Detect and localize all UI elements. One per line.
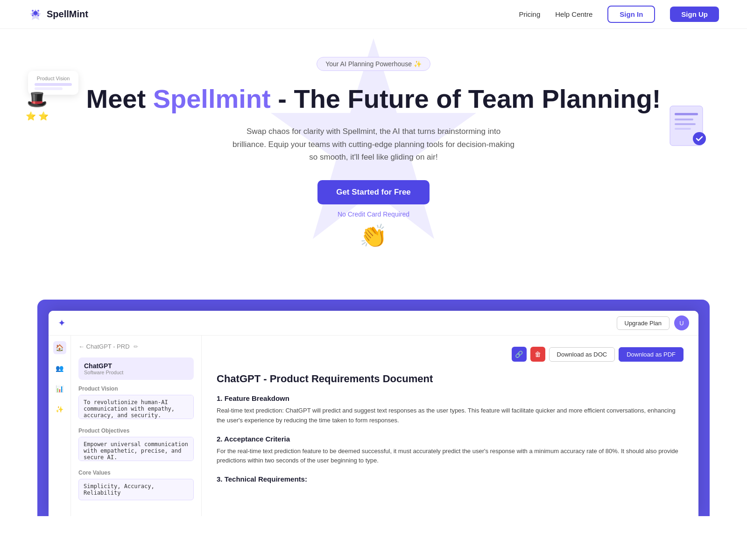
doc-section-3: 3. Technical Requirements: — [217, 475, 684, 483]
panel-back-button[interactable]: ← ChatGPT - PRD — [78, 343, 130, 350]
hero-description: Swap chaos for clarity with Spellmint, t… — [229, 125, 518, 163]
sidebar-chart-icon[interactable]: 📊 — [53, 382, 66, 395]
panel-vision-input[interactable] — [78, 395, 194, 419]
panel-objectives-label: Product Objectives — [78, 427, 194, 434]
panel-section-values: Core Values — [78, 469, 194, 502]
signin-button[interactable]: Sign In — [607, 6, 655, 23]
delete-icon-button[interactable]: 🗑 — [530, 347, 545, 362]
svg-rect-9 — [675, 128, 691, 130]
doc-title: ChatGPT - Product Requirements Document — [217, 373, 684, 385]
sidebar-home-icon[interactable]: 🏠 — [53, 341, 66, 354]
panel-edit-icon[interactable]: ✏ — [134, 343, 138, 350]
logo: SpellMint — [28, 7, 88, 22]
doc-section-2: 2. Acceptance Criteria For the real-time… — [217, 435, 684, 466]
clap-emoji: 👏 — [9, 223, 738, 249]
download-pdf-button[interactable]: Download as PDF — [619, 347, 684, 362]
nav-pricing[interactable]: Pricing — [519, 10, 540, 18]
sidebar-team-icon[interactable]: 👥 — [53, 362, 66, 375]
link-icon-button[interactable]: 🔗 — [512, 347, 527, 362]
upgrade-button[interactable]: Upgrade Plan — [617, 316, 670, 330]
svg-point-0 — [34, 11, 37, 15]
app-topbar: ✦ Upgrade Plan U — [49, 311, 698, 336]
app-sidebar: 🏠 👥 📊 ✨ — [49, 336, 71, 516]
nav-help[interactable]: Help Centre — [555, 10, 592, 18]
logo-icon — [28, 7, 43, 22]
sidebar-magic-icon[interactable]: ✨ — [53, 403, 66, 416]
navbar: SpellMint Pricing Help Centre Sign In Si… — [0, 0, 747, 29]
app-preview-wrapper: ✦ Upgrade Plan U 🏠 👥 📊 ✨ ← ChatGPT - PRD… — [37, 300, 710, 516]
app-main: 🔗 🗑 Download as DOC Download as PDF Chat… — [202, 336, 698, 516]
svg-rect-7 — [675, 119, 693, 120]
doc-section-3-num: 3. Technical Requirements: — [217, 475, 684, 483]
app-window: ✦ Upgrade Plan U 🏠 👥 📊 ✨ ← ChatGPT - PRD… — [49, 311, 698, 516]
doc-header-bar: 🔗 🗑 Download as DOC Download as PDF — [217, 347, 684, 362]
doc-section-2-num: 2. Acceptance Criteria — [217, 435, 684, 443]
app-logo: ✦ — [58, 317, 66, 329]
panel-values-input[interactable] — [78, 479, 194, 500]
svg-point-3 — [32, 14, 34, 16]
doc-section-2-body: For the real-time text prediction featur… — [217, 447, 684, 466]
panel-vision-label: Product Vision — [78, 385, 194, 392]
svg-rect-8 — [675, 123, 696, 125]
svg-point-2 — [37, 10, 39, 12]
hero-title: Meet Spellmint - The Future of Team Plan… — [9, 84, 738, 114]
app-topbar-right: Upgrade Plan U — [617, 315, 690, 330]
app-panel: ← ChatGPT - PRD ✏ ChatGPT Software Produ… — [71, 336, 202, 516]
panel-values-label: Core Values — [78, 469, 194, 476]
svg-point-10 — [693, 132, 706, 145]
hero-section: Product Vision 🎩 ⭐ ⭐ Your AI Planning Po… — [0, 29, 747, 300]
doc-section-1: 1. Feature Breakdown Real-time text pred… — [217, 394, 684, 426]
svg-point-4 — [37, 14, 39, 16]
hero-subtitle: No Credit Card Required — [338, 210, 409, 218]
svg-point-1 — [32, 10, 34, 12]
cta-button[interactable]: Get Started for Free — [317, 180, 430, 204]
panel-item-card: ChatGPT Software Product — [78, 357, 194, 380]
doc-section-1-body: Real-time text prediction: ChatGPT will … — [217, 406, 684, 426]
panel-objectives-input[interactable] — [78, 437, 194, 461]
panel-section-objectives: Product Objectives — [78, 427, 194, 463]
doc-actions: 🔗 🗑 Download as DOC Download as PDF — [512, 347, 684, 362]
user-avatar[interactable]: U — [674, 315, 689, 330]
svg-rect-6 — [675, 113, 698, 115]
download-doc-button[interactable]: Download as DOC — [549, 347, 615, 362]
panel-item-type: Software Product — [84, 370, 188, 375]
doc-section-1-num: 1. Feature Breakdown — [217, 394, 684, 402]
panel-item-name: ChatGPT — [84, 362, 188, 370]
nav-links: Pricing Help Centre Sign In Sign Up — [519, 6, 719, 23]
float-hat-decoration: 🎩 ⭐ ⭐ — [26, 90, 49, 121]
logo-text: SpellMint — [47, 9, 88, 20]
float-doc-decoration — [668, 104, 710, 152]
hero-badge: Your AI Planning Powerhouse ✨ — [317, 57, 430, 71]
panel-section-vision: Product Vision — [78, 385, 194, 421]
signup-button[interactable]: Sign Up — [670, 7, 719, 22]
panel-header: ← ChatGPT - PRD ✏ — [78, 343, 194, 350]
float-card-label: Product Vision — [35, 76, 72, 81]
app-body: 🏠 👥 📊 ✨ ← ChatGPT - PRD ✏ ChatGPT Softwa… — [49, 336, 698, 516]
